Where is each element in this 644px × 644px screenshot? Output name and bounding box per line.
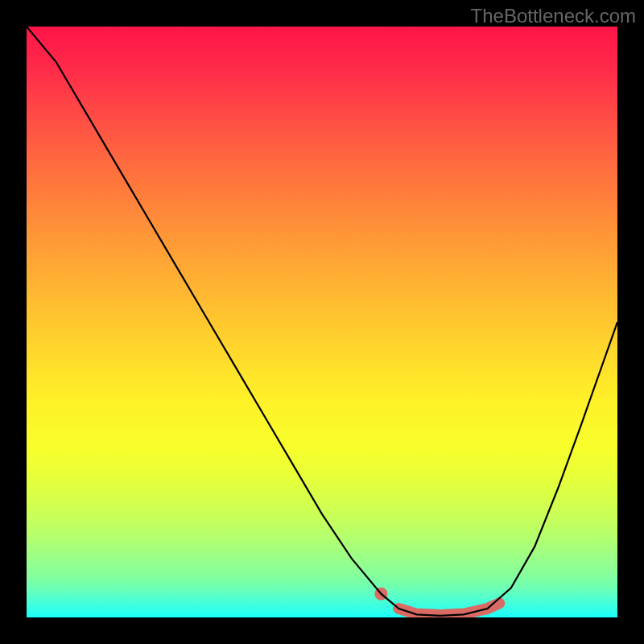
bottleneck-curve xyxy=(27,27,617,616)
chart-svg xyxy=(27,27,617,617)
plot-area xyxy=(27,27,617,617)
watermark-text: TheBottleneck.com xyxy=(471,5,636,27)
